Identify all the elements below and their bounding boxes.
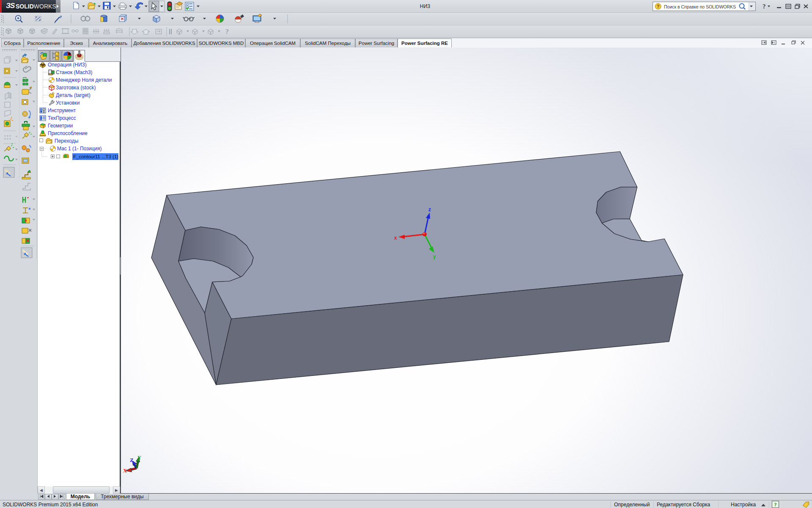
svg-text:X: X xyxy=(123,467,127,474)
svg-text:?: ? xyxy=(763,3,766,10)
svg-text:z: z xyxy=(428,207,431,213)
svg-text:y: y xyxy=(433,254,436,260)
svg-text:x: x xyxy=(394,235,397,241)
svg-text:Z: Z xyxy=(130,457,134,463)
svg-text:Y: Y xyxy=(137,454,142,461)
svg-text:?: ? xyxy=(774,502,777,508)
svg-text:?: ? xyxy=(225,28,229,35)
svg-text:?: ? xyxy=(657,4,660,9)
